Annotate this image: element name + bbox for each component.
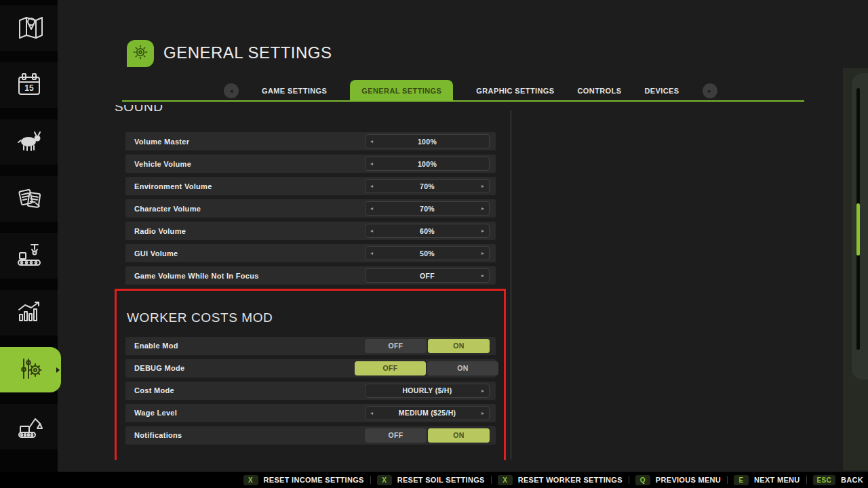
divider [727, 476, 728, 484]
key-badge-x: X [498, 475, 513, 485]
setting-row-vehicle-volume: Vehicle Volume ◂ 100% ▸ [125, 155, 496, 173]
sidebar-item-contracts[interactable] [0, 176, 58, 222]
increase-arrow-icon[interactable]: ▸ [481, 180, 484, 192]
worker-costs-mod-section: WORKER COSTS MOD Enable Mod OFF ON DEBUG… [115, 289, 506, 460]
vehicle-volume-spinner[interactable]: ◂ 100% ▸ [365, 157, 490, 171]
section-title-worker-costs-mod: WORKER COSTS MOD [127, 310, 504, 325]
sidebar-item-production[interactable] [0, 233, 58, 279]
decrease-arrow-icon[interactable]: ◂ [370, 407, 373, 420]
sidebar-item-map[interactable] [0, 5, 58, 51]
row-label: Volume Master [134, 138, 189, 146]
sidebar-item-construction[interactable] [0, 404, 58, 449]
spinner-value: 50% [420, 249, 435, 258]
sidebar-item-settings[interactable] [0, 347, 61, 392]
settings-scroll-area[interactable]: SOUND Volume Master ◂ 100% ▸ Vehicle Vol… [114, 105, 514, 460]
gui-volume-spinner[interactable]: ◂ 50% ▸ [365, 246, 490, 260]
radio-volume-spinner[interactable]: ◂ 60% ▸ [365, 224, 490, 238]
key-badge-x: X [243, 475, 258, 485]
row-label: GUI Volume [134, 249, 178, 258]
spinner-value: 70% [420, 182, 435, 190]
setting-row-gui-volume: GUI Volume ◂ 50% ▸ [125, 244, 496, 262]
row-label: Enable Mod [134, 342, 178, 350]
character-volume-spinner[interactable]: ◂ 70% ▸ [365, 201, 490, 216]
increase-arrow-icon[interactable]: ▸ [481, 384, 484, 397]
tab-bar: ◂ GAME SETTINGS GENERAL SETTINGS GRAPHIC… [224, 80, 717, 102]
spinner-value: 60% [420, 227, 435, 235]
hotkey-label: RESET INCOME SETTINGS [264, 476, 364, 484]
reset-income-settings-button[interactable]: X RESET INCOME SETTINGS [243, 475, 364, 485]
sidebar-item-statistics[interactable] [0, 290, 58, 336]
sidebar: 15 [0, 0, 58, 472]
setting-row-debug-mode: DEBUG Mode OFF ON [125, 359, 496, 378]
decrease-arrow-icon[interactable]: ◂ [370, 224, 373, 237]
spinner-value: HOURLY ($/H) [402, 386, 452, 394]
toggle-on-button[interactable]: ON [428, 339, 490, 353]
toggle-on-button[interactable]: ON [427, 361, 498, 375]
toggle-off-button[interactable]: OFF [365, 339, 427, 353]
row-label: Environment Volume [134, 182, 212, 190]
content-scrollbar-track [511, 110, 511, 460]
reset-soil-settings-button[interactable]: X RESET SOIL SETTINGS [377, 475, 485, 485]
tabs-next-button[interactable]: ▸ [703, 83, 717, 98]
key-badge-x: X [377, 475, 392, 485]
toggle-off-button[interactable]: OFF [365, 428, 427, 443]
production-icon [14, 239, 45, 273]
tab-game-settings[interactable]: GAME SETTINGS [262, 87, 327, 95]
chevron-left-icon: ◂ [230, 87, 233, 94]
increase-arrow-icon[interactable]: ▸ [481, 247, 484, 260]
tab-general-settings[interactable]: GENERAL SETTINGS [350, 80, 453, 102]
row-label: Vehicle Volume [134, 160, 191, 168]
tab-controls[interactable]: CONTROLS [578, 87, 622, 95]
row-label: Notifications [134, 431, 182, 439]
divider [370, 476, 371, 484]
increase-arrow-icon[interactable]: ▸ [481, 224, 484, 237]
setting-row-enable-mod: Enable Mod OFF ON [125, 337, 496, 355]
back-button[interactable]: ESC BACK [813, 475, 863, 485]
setting-row-wage-level: Wage Level ◂ MEDIUM ($25/H) ▸ [125, 404, 496, 422]
row-label: Wage Level [134, 409, 177, 417]
notifications-toggle: OFF ON [365, 428, 490, 443]
divider [806, 476, 807, 484]
increase-arrow-icon[interactable]: ▸ [481, 202, 484, 215]
setting-row-cost-mode: Cost Mode ◂ HOURLY ($/H) ▸ [125, 382, 496, 400]
tabs-prev-button[interactable]: ◂ [224, 83, 239, 98]
next-menu-button[interactable]: E NEXT MENU [734, 475, 800, 485]
general-settings-screen: 15 [0, 0, 868, 488]
volume-master-spinner[interactable]: ◂ 100% ▸ [365, 134, 490, 148]
settings-icon [15, 353, 46, 387]
setting-row-game-volume-focus: Game Volume While Not In Focus ◂ OFF ▸ [125, 266, 496, 285]
game-volume-focus-spinner[interactable]: ◂ OFF ▸ [365, 268, 490, 283]
divider [491, 476, 492, 484]
debug-mode-toggle: OFF ON [355, 361, 498, 375]
row-label: Radio Volume [134, 227, 186, 235]
row-label: Game Volume While Not In Focus [134, 272, 259, 280]
decrease-arrow-icon[interactable]: ◂ [370, 135, 373, 148]
hotkey-label: NEXT MENU [754, 476, 800, 484]
environment-volume-spinner[interactable]: ◂ 70% ▸ [365, 179, 490, 193]
sidebar-item-animals[interactable] [0, 119, 58, 165]
spinner-value: 100% [418, 138, 437, 146]
decrease-arrow-icon[interactable]: ◂ [370, 157, 373, 170]
previous-menu-button[interactable]: Q PREVIOUS MENU [635, 475, 721, 485]
construction-icon [14, 410, 45, 444]
increase-arrow-icon[interactable]: ▸ [481, 269, 484, 282]
tab-graphic-settings[interactable]: GRAPHIC SETTINGS [476, 87, 554, 95]
animals-icon [14, 125, 45, 159]
wage-level-spinner[interactable]: ◂ MEDIUM ($25/H) ▸ [365, 406, 490, 420]
decrease-arrow-icon[interactable]: ◂ [370, 247, 373, 260]
sidebar-item-calendar[interactable]: 15 [0, 62, 58, 108]
increase-arrow-icon[interactable]: ▸ [481, 407, 484, 420]
row-label: Cost Mode [134, 386, 174, 394]
toggle-on-button[interactable]: ON [428, 428, 490, 443]
decrease-arrow-icon[interactable]: ◂ [370, 202, 373, 215]
tab-devices[interactable]: DEVICES [644, 87, 679, 95]
scrollbar-thumb[interactable] [856, 203, 860, 256]
page-icon-tile [127, 40, 154, 67]
cost-mode-spinner[interactable]: ◂ HOURLY ($/H) ▸ [365, 384, 490, 398]
key-badge-q: Q [635, 475, 650, 485]
page-title: GENERAL SETTINGS [163, 43, 332, 62]
spinner-value: 70% [420, 205, 435, 213]
reset-worker-settings-button[interactable]: X RESET WORKER SETTINGS [498, 475, 623, 485]
toggle-off-button[interactable]: OFF [355, 361, 426, 375]
decrease-arrow-icon[interactable]: ◂ [370, 180, 373, 192]
